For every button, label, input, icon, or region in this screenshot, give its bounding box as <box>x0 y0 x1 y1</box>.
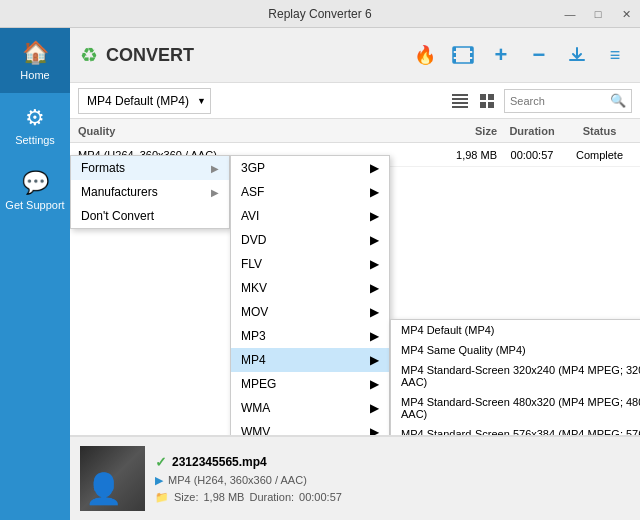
col-duration-header: Duration <box>497 125 567 137</box>
thumbnail-image <box>80 446 145 511</box>
search-icon[interactable]: 🔍 <box>610 93 626 108</box>
duration-value: 00:00:57 <box>299 491 342 503</box>
submenu-item-mkv[interactable]: MKV▶ <box>231 276 389 300</box>
size-value: 1,98 MB <box>203 491 244 503</box>
arrow-icon: ▶ <box>211 163 219 174</box>
window-controls: — □ ✕ <box>556 0 640 28</box>
sidebar-item-support[interactable]: 💬 Get Support <box>0 158 70 223</box>
duration-label: Duration: <box>249 491 294 503</box>
svg-rect-12 <box>488 94 494 100</box>
file-codec-row: ▶ MP4 (H264, 360x360 / AAC) <box>155 474 342 487</box>
chat-icon: 💬 <box>22 170 49 196</box>
svg-rect-11 <box>480 94 486 100</box>
svg-rect-5 <box>470 53 473 57</box>
svg-rect-2 <box>453 53 456 57</box>
submenu-item-wmv[interactable]: WMV▶ <box>231 420 389 435</box>
svg-rect-6 <box>470 59 473 63</box>
folder-icon: 📁 <box>155 491 169 504</box>
submenu-item-wma[interactable]: WMA▶ <box>231 396 389 420</box>
svg-rect-13 <box>480 102 486 108</box>
submenu-item-flv[interactable]: FLV▶ <box>231 252 389 276</box>
sidebar: 🏠 Home ⚙ Settings 💬 Get Support <box>0 28 70 520</box>
sidebar-item-settings-label: Settings <box>15 134 55 146</box>
add-icon[interactable]: + <box>486 40 516 70</box>
main-layout: 🏠 Home ⚙ Settings 💬 Get Support ♻ CONVER… <box>0 28 640 520</box>
formats-menu-item-formats[interactable]: Formats ▶ <box>71 156 229 180</box>
sidebar-item-home[interactable]: 🏠 Home <box>0 28 70 93</box>
file-size-row: 📁 Size: 1,98 MB Duration: 00:00:57 <box>155 491 342 504</box>
submenu-item-mpeg[interactable]: MPEG▶ <box>231 372 389 396</box>
submenu-item-mov[interactable]: MOV▶ <box>231 300 389 324</box>
grid-view-icon[interactable] <box>476 89 500 113</box>
minimize-button[interactable]: — <box>556 0 584 28</box>
mp4-submenu[interactable]: MP4 Default (MP4) MP4 Same Quality (MP4)… <box>390 319 640 435</box>
col-quality-header: Quality <box>78 125 437 137</box>
svg-rect-7 <box>452 94 468 96</box>
bottom-panel: ✓ 2312345565.mp4 ▶ MP4 (H264, 360x360 / … <box>70 435 640 520</box>
titlebar: Replay Converter 6 — □ ✕ <box>0 0 640 28</box>
submenu-item-3gp[interactable]: 3GP▶ <box>231 156 389 180</box>
svg-rect-10 <box>452 106 468 108</box>
close-button[interactable]: ✕ <box>612 0 640 28</box>
header-toolbar: ♻ CONVERT 🔥 + − <box>70 28 640 83</box>
submenu-item-asf[interactable]: ASF▶ <box>231 180 389 204</box>
check-icon: ✓ <box>155 454 167 470</box>
search-input[interactable] <box>510 95 610 107</box>
format-select[interactable]: MP4 Default (MP4) <box>78 88 211 114</box>
sidebar-item-home-label: Home <box>20 69 49 81</box>
mp4-item-default[interactable]: MP4 Default (MP4) <box>391 320 640 340</box>
svg-rect-3 <box>453 59 456 63</box>
row-size: 1,98 MB <box>437 149 497 161</box>
page-title: CONVERT <box>106 45 194 66</box>
row-status: Complete <box>567 149 632 161</box>
file-codec: MP4 (H264, 360x360 / AAC) <box>168 474 307 486</box>
toolbar-icons: 🔥 + − <box>410 40 630 70</box>
formats-menu[interactable]: Formats ▶ Manufacturers ▶ Don't Convert <box>70 155 230 229</box>
content-area: ♻ CONVERT 🔥 + − <box>70 28 640 520</box>
formats-submenu[interactable]: 3GP▶ ASF▶ AVI▶ DVD▶ FLV▶ MKV▶ MOV▶ MP3▶ … <box>230 155 390 435</box>
table-header: Quality Size Duration Status <box>70 119 640 143</box>
menu-icon[interactable]: ≡ <box>600 40 630 70</box>
search-box: 🔍 <box>504 89 632 113</box>
submenu-item-dvd[interactable]: DVD▶ <box>231 228 389 252</box>
row-duration: 00:00:57 <box>497 149 567 161</box>
gear-icon: ⚙ <box>25 105 45 131</box>
svg-rect-4 <box>470 47 473 51</box>
mp4-item-576x384[interactable]: MP4 Standard-Screen 576x384 (MP4 MPEG; 5… <box>391 424 640 435</box>
format-select-wrapper: MP4 Default (MP4) <box>78 88 211 114</box>
formats-menu-item-noconvert[interactable]: Don't Convert <box>71 204 229 228</box>
size-label: Size: <box>174 491 198 503</box>
arrow-icon: ▶ <box>211 187 219 198</box>
thumbnail <box>80 446 145 511</box>
sub-toolbar: MP4 Default (MP4) <box>70 83 640 119</box>
sidebar-item-support-label: Get Support <box>5 199 64 211</box>
table-area: Quality Size Duration Status MP4 (H264, … <box>70 119 640 435</box>
remove-icon[interactable]: − <box>524 40 554 70</box>
file-name-row: ✓ 2312345565.mp4 <box>155 454 342 470</box>
svg-rect-14 <box>488 102 494 108</box>
svg-rect-9 <box>452 102 468 104</box>
mp4-item-480x320[interactable]: MP4 Standard-Screen 480x320 (MP4 MPEG; 4… <box>391 392 640 424</box>
submenu-item-mp4[interactable]: MP4▶ <box>231 348 389 372</box>
filename: 2312345565.mp4 <box>172 455 267 469</box>
file-info: ✓ 2312345565.mp4 ▶ MP4 (H264, 360x360 / … <box>155 454 342 504</box>
download-icon[interactable] <box>562 40 592 70</box>
maximize-button[interactable]: □ <box>584 0 612 28</box>
submenu-item-mp3[interactable]: MP3▶ <box>231 324 389 348</box>
list-view-icon[interactable] <box>448 89 472 113</box>
submenu-item-avi[interactable]: AVI▶ <box>231 204 389 228</box>
home-icon: 🏠 <box>22 40 49 66</box>
mp4-item-320x240[interactable]: MP4 Standard-Screen 320x240 (MP4 MPEG; 3… <box>391 360 640 392</box>
view-icons: 🔍 <box>448 89 632 113</box>
recycle-icon: ♻ <box>80 43 98 67</box>
sidebar-item-settings[interactable]: ⚙ Settings <box>0 93 70 158</box>
mp4-item-same-quality[interactable]: MP4 Same Quality (MP4) <box>391 340 640 360</box>
col-status-header: Status <box>567 125 632 137</box>
svg-rect-1 <box>453 47 456 51</box>
col-size-header: Size <box>437 125 497 137</box>
flame-icon[interactable]: 🔥 <box>410 40 440 70</box>
play-icon: ▶ <box>155 474 163 487</box>
app-title: Replay Converter 6 <box>268 7 371 21</box>
film-icon[interactable] <box>448 40 478 70</box>
formats-menu-item-manufacturers[interactable]: Manufacturers ▶ <box>71 180 229 204</box>
